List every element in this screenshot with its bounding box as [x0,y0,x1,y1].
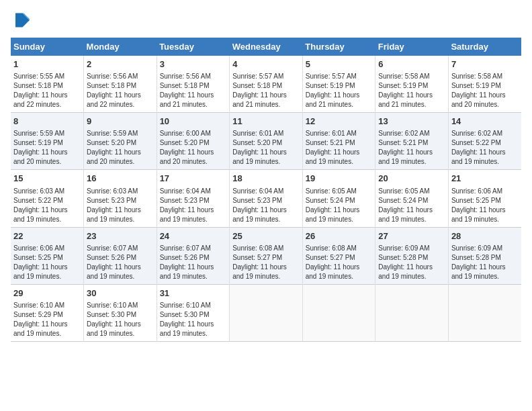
calendar-cell-4: 4Sunrise: 5:57 AMSunset: 5:18 PMDaylight… [230,56,303,113]
calendar-cell-6: 6Sunrise: 5:58 AMSunset: 5:19 PMDaylight… [375,56,449,113]
calendar-cell-26: 26Sunrise: 6:08 AMSunset: 5:27 PMDayligh… [302,227,375,284]
calendar-week-2: 8Sunrise: 5:59 AMSunset: 5:19 PMDaylight… [11,113,521,170]
calendar-cell-15: 15Sunrise: 6:03 AMSunset: 5:22 PMDayligh… [11,170,84,227]
calendar-cell-16: 16Sunrise: 6:03 AMSunset: 5:23 PMDayligh… [84,170,157,227]
calendar-cell-27: 27Sunrise: 6:09 AMSunset: 5:28 PMDayligh… [375,227,449,284]
calendar-cell-22: 22Sunrise: 6:06 AMSunset: 5:25 PMDayligh… [11,227,84,284]
calendar-cell-31: 31Sunrise: 6:10 AMSunset: 5:30 PMDayligh… [157,284,230,341]
calendar-cell-14: 14Sunrise: 6:02 AMSunset: 5:22 PMDayligh… [448,113,521,170]
calendar-week-4: 22Sunrise: 6:06 AMSunset: 5:25 PMDayligh… [11,227,521,284]
calendar-cell-28: 28Sunrise: 6:09 AMSunset: 5:28 PMDayligh… [448,227,521,284]
weekday-header-monday: Monday [84,38,157,56]
calendar-cell-empty-w4d6 [448,284,521,341]
calendar-cell-29: 29Sunrise: 6:10 AMSunset: 5:29 PMDayligh… [11,284,84,341]
calendar-week-1: 1Sunrise: 5:55 AMSunset: 5:18 PMDaylight… [11,56,521,113]
calendar-cell-24: 24Sunrise: 6:07 AMSunset: 5:26 PMDayligh… [157,227,230,284]
weekday-header-thursday: Thursday [302,38,375,56]
calendar-cell-25: 25Sunrise: 6:08 AMSunset: 5:27 PMDayligh… [230,227,303,284]
weekday-header-tuesday: Tuesday [157,38,230,56]
calendar-cell-17: 17Sunrise: 6:04 AMSunset: 5:23 PMDayligh… [157,170,230,227]
calendar-cell-empty-w4d5 [375,284,449,341]
calendar-cell-2: 2Sunrise: 5:56 AMSunset: 5:18 PMDaylight… [84,56,157,113]
calendar-cell-19: 19Sunrise: 6:05 AMSunset: 5:24 PMDayligh… [302,170,375,227]
calendar-week-5: 29Sunrise: 6:10 AMSunset: 5:29 PMDayligh… [11,284,521,341]
calendar-cell-30: 30Sunrise: 6:10 AMSunset: 5:30 PMDayligh… [84,284,157,341]
calendar-cell-3: 3Sunrise: 5:56 AMSunset: 5:18 PMDaylight… [157,56,230,113]
calendar-cell-10: 10Sunrise: 6:00 AMSunset: 5:20 PMDayligh… [157,113,230,170]
calendar-cell-5: 5Sunrise: 5:57 AMSunset: 5:19 PMDaylight… [302,56,375,113]
calendar-cell-18: 18Sunrise: 6:04 AMSunset: 5:23 PMDayligh… [230,170,303,227]
weekday-header-wednesday: Wednesday [230,38,303,56]
calendar-cell-8: 8Sunrise: 5:59 AMSunset: 5:19 PMDaylight… [11,113,84,170]
weekday-header-saturday: Saturday [448,38,521,56]
calendar-cell-13: 13Sunrise: 6:02 AMSunset: 5:21 PMDayligh… [375,113,449,170]
weekday-header-row: SundayMondayTuesdayWednesdayThursdayFrid… [11,38,521,56]
calendar-cell-11: 11Sunrise: 6:01 AMSunset: 5:20 PMDayligh… [230,113,303,170]
weekday-header-friday: Friday [375,38,449,56]
calendar-table: SundayMondayTuesdayWednesdayThursdayFrid… [11,38,521,342]
logo-icon [11,11,30,30]
calendar-cell-empty-w4d3 [230,284,303,341]
page-header [11,11,521,30]
calendar-cell-9: 9Sunrise: 5:59 AMSunset: 5:20 PMDaylight… [84,113,157,170]
calendar-week-3: 15Sunrise: 6:03 AMSunset: 5:22 PMDayligh… [11,170,521,227]
calendar-cell-20: 20Sunrise: 6:05 AMSunset: 5:24 PMDayligh… [375,170,449,227]
weekday-header-sunday: Sunday [11,38,84,56]
calendar-cell-21: 21Sunrise: 6:06 AMSunset: 5:25 PMDayligh… [448,170,521,227]
calendar-cell-23: 23Sunrise: 6:07 AMSunset: 5:26 PMDayligh… [84,227,157,284]
calendar-cell-12: 12Sunrise: 6:01 AMSunset: 5:21 PMDayligh… [302,113,375,170]
calendar-cell-empty-w4d4 [302,284,375,341]
calendar-cell-7: 7Sunrise: 5:58 AMSunset: 5:19 PMDaylight… [448,56,521,113]
calendar-cell-1: 1Sunrise: 5:55 AMSunset: 5:18 PMDaylight… [11,56,84,113]
logo [11,11,32,30]
